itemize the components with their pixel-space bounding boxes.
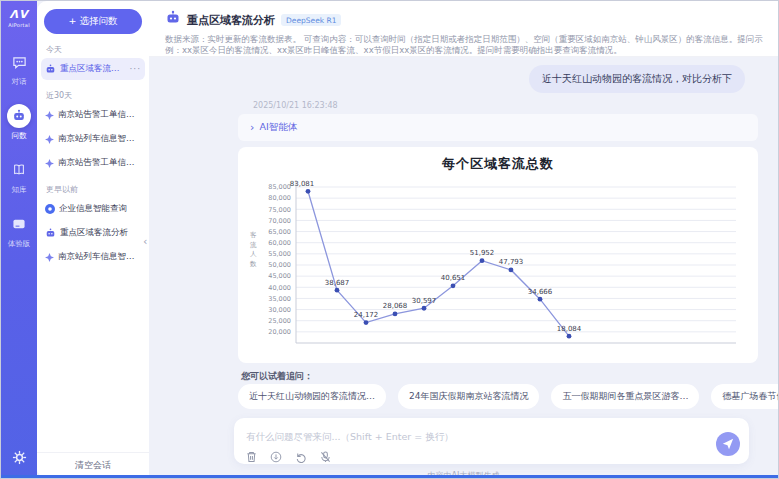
svg-text:60,000: 60,000	[268, 239, 291, 247]
sidebar-collapse-icon[interactable]: ‹	[143, 235, 147, 248]
suggestion-chip[interactable]: 24年国庆假期南京站客流情况	[398, 384, 539, 409]
chart-title: 每个区域客流总数	[238, 155, 758, 173]
diamond-icon	[45, 253, 54, 262]
rail-nav: 对话 问数 知库 体验版	[1, 50, 37, 266]
robot-icon	[45, 64, 56, 75]
followup-prompt: 您可以试着追问：	[241, 370, 313, 383]
robot-icon	[7, 104, 31, 128]
conversation-item[interactable]: 重点区域客流分析	[41, 222, 145, 244]
conversation-item[interactable]: 重点区域客流分析 ···	[41, 58, 145, 80]
svg-text:83,081: 83,081	[290, 180, 315, 188]
message-timestamp: 2025/10/21 16:23:48	[253, 101, 338, 110]
conversation-item[interactable]: 南京站告警工单信息查询	[41, 152, 145, 174]
svg-text:35,000: 35,000	[268, 295, 291, 303]
svg-text:24,172: 24,172	[354, 311, 379, 319]
paper-plane-icon	[722, 435, 734, 454]
svg-text:18,084: 18,084	[557, 325, 582, 333]
app-rail: ΛV AIPortal 对话 问数 知库 体验版	[1, 1, 37, 478]
model-badge: DeepSeek R1	[281, 14, 341, 26]
suggestion-chip[interactable]: 近十天红山动物园的客流情况…	[238, 384, 386, 409]
svg-text:28,068: 28,068	[383, 302, 408, 310]
conversation-item[interactable]: 南京站告警工单信息查询	[41, 104, 145, 126]
diamond-icon	[45, 159, 54, 168]
suggestion-chip[interactable]: 德基广场春节假期期间的客流…	[711, 384, 779, 409]
composer	[234, 418, 749, 464]
rail-item-knowledge[interactable]: 知库	[1, 158, 37, 195]
settings-button[interactable]	[1, 450, 37, 469]
agent-description: 数据来源：实时更新的客流数据表。 可查询内容：可以查询时间（指定日期或者指定日期…	[165, 34, 766, 56]
app-logo: ΛV AIPortal	[1, 8, 37, 28]
svg-text:20,000: 20,000	[268, 328, 291, 336]
svg-text:55,000: 55,000	[268, 250, 291, 258]
svg-text:数: 数	[249, 260, 257, 268]
svg-text:38,687: 38,687	[325, 279, 350, 287]
gear-icon	[12, 450, 27, 469]
section-label-today: 今天	[46, 44, 140, 55]
svg-text:70,000: 70,000	[268, 217, 291, 225]
book-icon	[7, 158, 31, 182]
conversation-label: 南京站列车信息智能查询	[58, 251, 141, 263]
svg-text:40,651: 40,651	[441, 274, 466, 282]
svg-text:51,952: 51,952	[470, 249, 495, 257]
mic-off-icon[interactable]	[320, 451, 331, 463]
trash-icon[interactable]	[246, 451, 257, 463]
suggestion-chip[interactable]: 五一假期期间各重点景区游客…	[551, 384, 699, 409]
conversation-item[interactable]: 南京站列车信息智能查询	[41, 246, 145, 268]
svg-text:45,000: 45,000	[268, 272, 291, 280]
select-dataset-button[interactable]: + 选择问数	[44, 9, 142, 34]
rail-item-ask-data[interactable]: 问数	[1, 104, 37, 141]
download-circle-icon[interactable]	[270, 451, 282, 463]
message-input[interactable]	[246, 431, 666, 442]
agent-panel-toggle[interactable]: › AI智能体	[238, 114, 758, 141]
svg-text:30,597: 30,597	[412, 297, 437, 305]
conversation-label: 南京站列车信息智能查询	[58, 133, 141, 145]
svg-text:25,000: 25,000	[268, 317, 291, 325]
svg-text:40,000: 40,000	[268, 284, 291, 292]
svg-text:客: 客	[250, 231, 257, 239]
conversation-label: 重点区域客流分析	[60, 63, 125, 75]
conversation-label: 南京站告警工单信息查询	[58, 157, 141, 169]
svg-text:流: 流	[250, 241, 257, 249]
undo-icon[interactable]	[295, 451, 307, 463]
conversation-label: 重点区域客流分析	[60, 227, 141, 239]
rail-item-chat[interactable]: 对话	[1, 50, 37, 87]
rail-item-label: 体验版	[8, 239, 31, 249]
chat-bubble-icon	[7, 50, 31, 74]
section-label-earlier: 更早以前	[46, 184, 140, 195]
rail-item-label: 对话	[12, 77, 27, 87]
svg-text:50,000: 50,000	[268, 261, 291, 269]
bottom-accent-bar	[1, 475, 778, 478]
svg-text:34,666: 34,666	[528, 288, 553, 296]
suggestion-chips: 近十天红山动物园的客流情况… 24年国庆假期南京站客流情况 五一假期期间各重点景…	[238, 384, 779, 409]
conversation-item[interactable]: 企业信息智能查询	[41, 198, 145, 220]
rail-item-label: 知库	[12, 185, 27, 195]
svg-text:65,000: 65,000	[268, 228, 291, 236]
main-area: 重点区域客流分析 DeepSeek R1 数据来源：实时更新的客流数据表。 可查…	[149, 1, 778, 478]
svg-text:75,000: 75,000	[268, 206, 291, 214]
svg-text:30,000: 30,000	[268, 306, 291, 314]
send-button[interactable]	[716, 432, 740, 456]
agent-panel-label: AI智能体	[259, 121, 297, 134]
user-message-bubble: 近十天红山动物园的客流情况，对比分析下	[529, 65, 745, 93]
chart-card: 每个区域客流总数 20,00025,00030,00035,00040,0004…	[238, 147, 758, 363]
agent-header: 重点区域客流分析 DeepSeek R1 数据来源：实时更新的客流数据表。 可查…	[149, 1, 778, 57]
rail-item-label: 问数	[12, 131, 27, 141]
item-menu-icon[interactable]: ···	[129, 64, 141, 74]
conversation-item[interactable]: 南京站列车信息智能查询	[41, 128, 145, 150]
svg-text:80,000: 80,000	[268, 194, 291, 202]
section-label-30days: 近30天	[46, 90, 140, 101]
logo-name: AIPortal	[1, 22, 37, 28]
page-title: 重点区域客流分析	[187, 13, 275, 28]
diamond-icon	[45, 111, 54, 120]
card-icon	[7, 212, 31, 236]
robot-icon	[45, 228, 56, 239]
logo-mark: ΛV	[1, 8, 37, 21]
flow-chart-svg: 20,00025,00030,00035,00040,00045,00050,0…	[238, 175, 753, 357]
diamond-icon	[45, 135, 54, 144]
svg-text:85,000: 85,000	[268, 183, 291, 191]
svg-text:人: 人	[250, 250, 257, 258]
svg-text:47,793: 47,793	[499, 258, 524, 266]
blue-circle-icon	[45, 204, 55, 214]
rail-item-trial[interactable]: 体验版	[1, 212, 37, 249]
conversation-sidebar: + 选择问数 今天 重点区域客流分析 ··· 近30天 南京站告警工单信息查询 …	[37, 1, 149, 478]
